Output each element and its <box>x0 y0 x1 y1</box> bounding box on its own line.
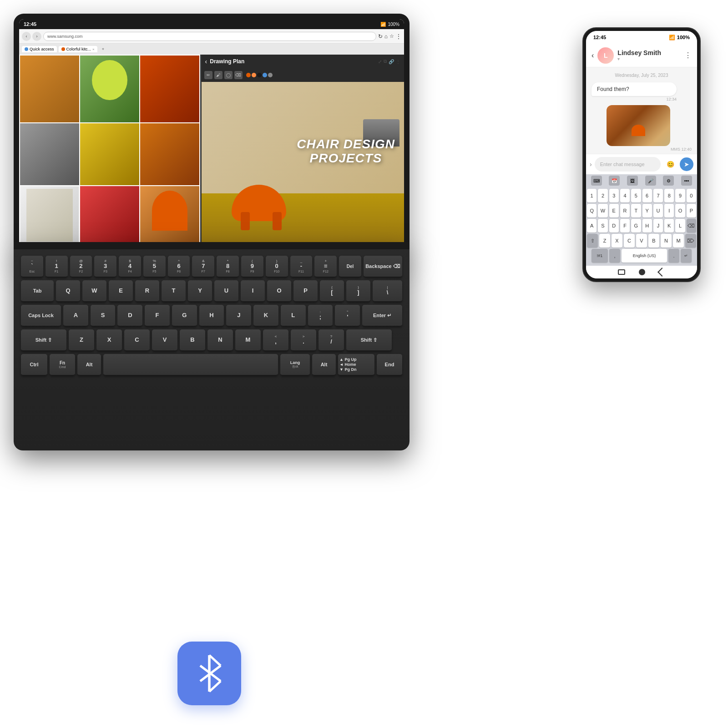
more-icon[interactable]: ••• <box>681 176 692 186</box>
key-z[interactable]: Z <box>69 329 94 351</box>
phone-key-period[interactable]: . <box>668 249 679 263</box>
phone-key-v[interactable]: V <box>636 234 647 248</box>
browser-home-icon[interactable]: ⌂ <box>384 33 388 40</box>
key-fn-cmd[interactable]: Fn Cmd <box>50 354 75 376</box>
phone-back-icon[interactable] <box>657 268 667 277</box>
phone-key-g[interactable]: G <box>631 219 641 233</box>
key-enter[interactable]: Enter ↵ <box>362 305 402 327</box>
browser-forward-button[interactable]: › <box>32 32 41 41</box>
key-1-exclaim[interactable]: ! 1 F1 <box>46 256 68 278</box>
key-d[interactable]: D <box>117 305 142 327</box>
phone-key-symbols[interactable]: !#1 <box>592 249 608 263</box>
key-2-at[interactable]: @ 2 F2 <box>70 256 92 278</box>
key-8-asterisk[interactable]: * 8 F8 <box>217 256 239 278</box>
key-h[interactable]: H <box>199 305 224 327</box>
phone-key-s[interactable]: S <box>598 219 607 233</box>
key-t[interactable]: T <box>162 280 186 302</box>
drawing-back-icon[interactable]: ‹ <box>205 58 207 65</box>
key-comma[interactable]: < , <box>263 329 288 351</box>
tab-close-button[interactable]: × <box>92 47 95 51</box>
chat-text-input[interactable]: Enter chat message <box>595 157 661 172</box>
phone-key-1[interactable]: 1 <box>587 189 597 202</box>
pen-tool-icon[interactable]: ✏ <box>204 71 212 79</box>
key-backslash[interactable]: | \ <box>373 280 402 302</box>
key-equals-plus[interactable]: + = F12 <box>314 256 337 278</box>
settings-icon[interactable]: ⚙ <box>663 176 674 186</box>
key-lang[interactable]: Lang 한/A <box>280 354 310 376</box>
key-lbracket[interactable]: { [ <box>320 280 344 302</box>
chat-send-button[interactable]: ➤ <box>680 157 693 171</box>
phone-key-7[interactable]: 7 <box>653 189 663 202</box>
key-3-hash[interactable]: # 3 F3 <box>94 256 116 278</box>
key-r[interactable]: R <box>135 280 159 302</box>
drawing-more-icon[interactable]: ⋮ <box>396 59 400 64</box>
phone-key-l[interactable]: L <box>675 219 685 233</box>
phone-key-delete[interactable]: ⌦ <box>685 234 696 248</box>
eraser-tool-icon[interactable]: ⌫ <box>234 71 243 79</box>
calendar-icon[interactable]: 📅 <box>609 176 620 186</box>
phone-key-p[interactable]: P <box>687 204 696 217</box>
key-spacebar[interactable] <box>103 354 278 376</box>
key-k[interactable]: K <box>253 305 278 327</box>
color-gray[interactable] <box>268 73 273 77</box>
phone-key-f[interactable]: F <box>620 219 630 233</box>
phone-key-4[interactable]: 4 <box>620 189 630 202</box>
drawing-link-icon[interactable]: 🔗 <box>389 59 394 64</box>
phone-key-2[interactable]: 2 <box>598 189 607 202</box>
phone-key-r[interactable]: R <box>620 204 630 217</box>
browser-address-bar[interactable]: www.samsung.com <box>43 32 376 41</box>
key-6-caret[interactable]: ^ 6 F6 <box>168 256 190 278</box>
key-period[interactable]: > . <box>291 329 316 351</box>
key-caps-lock[interactable]: Caps Lock <box>21 305 61 327</box>
brush-tool-icon[interactable]: 🖌 <box>214 71 222 79</box>
contact-dropdown-icon[interactable]: ▾ <box>617 56 620 61</box>
key-a[interactable]: A <box>63 305 88 327</box>
key-0-rparen[interactable]: ) 0 F10 <box>266 256 288 278</box>
phone-key-a[interactable]: A <box>587 219 597 233</box>
key-4-dollar[interactable]: $ 4 F4 <box>119 256 141 278</box>
key-l[interactable]: L <box>281 305 306 327</box>
drawing-copy-icon[interactable]: ⧉ <box>384 59 387 64</box>
key-9-lparen[interactable]: ( 9 F9 <box>241 256 263 278</box>
phone-key-q[interactable]: Q <box>587 204 597 217</box>
phone-key-m[interactable]: M <box>673 234 684 248</box>
key-w[interactable]: W <box>82 280 106 302</box>
chat-emoji-button[interactable]: 😊 <box>663 157 677 171</box>
key-j[interactable]: J <box>226 305 251 327</box>
key-ctrl[interactable]: Ctrl <box>21 354 47 376</box>
phone-key-o[interactable]: O <box>675 204 685 217</box>
key-del[interactable]: Del <box>339 256 361 278</box>
key-g[interactable]: G <box>172 305 197 327</box>
color-blue[interactable] <box>263 73 267 77</box>
phone-key-x[interactable]: X <box>612 234 622 248</box>
key-p[interactable]: P <box>293 280 318 302</box>
key-left-alt[interactable]: Alt <box>77 354 101 376</box>
phone-key-b[interactable]: B <box>648 234 659 248</box>
phone-key-n[interactable]: N <box>661 234 672 248</box>
phone-key-u[interactable]: U <box>653 204 663 217</box>
phone-key-w[interactable]: W <box>598 204 607 217</box>
phone-key-space[interactable]: English (US) <box>622 249 667 263</box>
phone-key-y[interactable]: Y <box>642 204 652 217</box>
key-5-percent[interactable]: % 5 F5 <box>143 256 166 278</box>
key-tab[interactable]: Tab <box>21 280 54 302</box>
phone-key-8[interactable]: 8 <box>664 189 674 202</box>
phone-key-c[interactable]: C <box>624 234 635 248</box>
phone-key-z[interactable]: Z <box>599 234 610 248</box>
key-right-shift[interactable]: Shift ⇧ <box>346 329 392 351</box>
color-dark[interactable] <box>257 73 262 77</box>
phone-key-e[interactable]: E <box>609 204 619 217</box>
phone-key-5[interactable]: 5 <box>631 189 641 202</box>
key-slash[interactable]: ? / <box>318 329 344 351</box>
phone-key-comma[interactable]: , <box>609 249 620 263</box>
chat-more-button[interactable]: ⋮ <box>684 51 692 60</box>
mic-icon[interactable]: 🎤 <box>645 176 656 186</box>
phone-key-enter[interactable]: ↵ <box>681 249 692 263</box>
new-tab-button[interactable]: + <box>99 46 107 52</box>
key-x[interactable]: X <box>96 329 122 351</box>
drawing-expand-icon[interactable]: ⤢ <box>378 59 382 64</box>
phone-key-backspace[interactable]: ⌫ <box>687 219 696 233</box>
key-semicolon[interactable]: : ; <box>308 305 333 327</box>
browser-reload-icon[interactable]: ↻ <box>378 33 383 40</box>
key-7-ampersand[interactable]: & 7 F7 <box>192 256 214 278</box>
